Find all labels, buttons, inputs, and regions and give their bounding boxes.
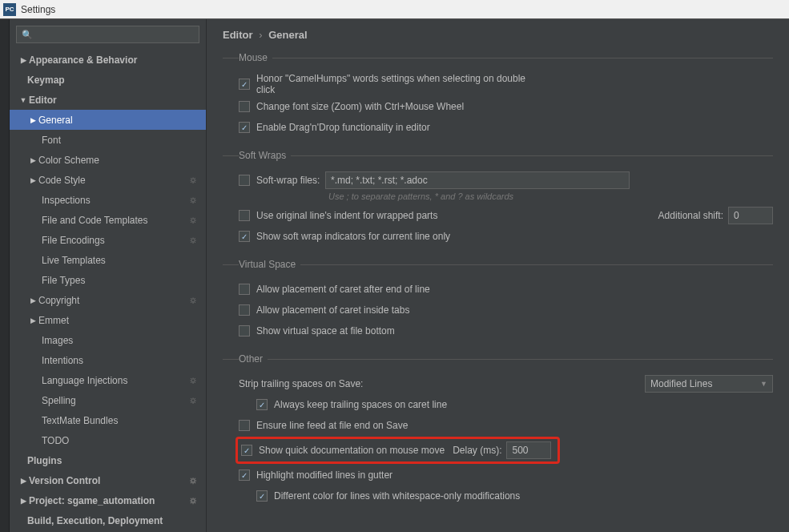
- tree-project[interactable]: ▶Project: sgame_automation⛭: [10, 490, 206, 510]
- tree-appearance-behavior[interactable]: ▶Appearance & Behavior: [10, 50, 206, 70]
- gear-icon: ⛭: [189, 476, 198, 486]
- quick-doc-checkbox[interactable]: [241, 445, 252, 456]
- chevron-right-icon: ▶: [18, 497, 29, 505]
- gear-icon: ⛭: [189, 396, 198, 405]
- gear-icon: ⛭: [189, 496, 198, 506]
- honor-camelhumps-checkbox[interactable]: [239, 79, 250, 90]
- tree-file-types[interactable]: File Types: [10, 270, 206, 290]
- ensure-lf-label: Ensure line feed at file end on Save: [256, 420, 408, 431]
- chevron-right-icon: ▶: [18, 56, 29, 64]
- additional-shift-input[interactable]: [728, 207, 773, 224]
- delay-label: Delay (ms):: [453, 445, 501, 456]
- tree-keymap[interactable]: Keymap: [10, 70, 206, 90]
- tree-file-encodings[interactable]: File Encodings⛭: [10, 230, 206, 250]
- tree-todo[interactable]: TODO: [10, 430, 206, 450]
- always-keep-checkbox[interactable]: [256, 399, 268, 410]
- gear-icon: ⛭: [189, 216, 198, 225]
- honor-camelhumps-label: Honor "CamelHumps" words settings when s…: [256, 73, 529, 95]
- mouse-legend: Mouse: [239, 52, 272, 63]
- always-keep-label: Always keep trailing spaces on caret lin…: [274, 399, 447, 410]
- chevron-right-icon: ▶: [27, 156, 38, 164]
- highlight-box: Show quick documentation on mouse move D…: [235, 437, 560, 464]
- tree-copyright[interactable]: ▶Copyright⛭: [10, 290, 206, 310]
- tree-plugins[interactable]: Plugins: [10, 450, 206, 470]
- chevron-right-icon: ▶: [27, 116, 38, 124]
- strip-spaces-select[interactable]: Modified Lines ▼: [645, 375, 773, 393]
- orig-indent-label: Use original line's indent for wrapped p…: [256, 210, 437, 221]
- gear-icon: ⛭: [189, 175, 198, 185]
- gear-icon: ⛭: [189, 195, 198, 205]
- chevron-right-icon: ›: [259, 29, 262, 41]
- tree-intentions[interactable]: Intentions: [10, 350, 206, 370]
- delay-input[interactable]: [506, 441, 551, 459]
- chevron-right-icon: ▶: [18, 477, 29, 485]
- tree-version-control[interactable]: ▶Version Control⛭: [10, 470, 206, 490]
- additional-shift-label: Additional shift:: [658, 210, 723, 221]
- softwrap-hint: Use ; to separate patterns, * and ? as w…: [328, 191, 773, 201]
- search-icon: 🔍: [22, 30, 33, 40]
- gear-icon: ⛭: [189, 376, 198, 385]
- quick-doc-label: Show quick documentation on mouse move: [259, 445, 445, 456]
- left-gutter: [0, 19, 10, 532]
- softwrap-indicators-label: Show soft wrap indicators for current li…: [256, 231, 450, 242]
- tree-file-code-templates[interactable]: File and Code Templates⛭: [10, 210, 206, 230]
- settings-sidebar: 🔍 ▶Appearance & Behavior Keymap ▼Editor …: [10, 19, 207, 532]
- softwraps-group: Soft Wraps Soft-wrap files: Use ; to sep…: [223, 150, 773, 248]
- highlight-gutter-checkbox[interactable]: [239, 470, 250, 481]
- strip-spaces-label: Strip trailing spaces on Save:: [239, 378, 363, 389]
- zoom-label: Change font size (Zoom) with Ctrl+Mouse …: [256, 101, 464, 112]
- caret-eol-checkbox[interactable]: [239, 284, 250, 295]
- tree-editor[interactable]: ▼Editor: [10, 90, 206, 110]
- tree-editor-general[interactable]: ▶General: [10, 110, 206, 130]
- tree-language-injections[interactable]: Language Injections⛭: [10, 370, 206, 390]
- file-bottom-checkbox[interactable]: [239, 325, 250, 337]
- breadcrumb-editor[interactable]: Editor: [223, 29, 253, 41]
- tree-textmate-bundles[interactable]: TextMate Bundles: [10, 410, 206, 430]
- tree-build[interactable]: Build, Execution, Deployment: [10, 510, 206, 530]
- orig-indent-checkbox[interactable]: [239, 210, 250, 221]
- chevron-down-icon: ▼: [18, 96, 29, 104]
- softwrap-files-checkbox[interactable]: [239, 175, 250, 186]
- breadcrumb: Editor › General: [223, 29, 773, 41]
- tree-code-style[interactable]: ▶Code Style⛭: [10, 170, 206, 190]
- chevron-down-icon: ▼: [760, 380, 767, 388]
- settings-content: Editor › General Mouse Honor "CamelHumps…: [207, 19, 789, 532]
- gear-icon: ⛭: [189, 296, 198, 305]
- gear-icon: ⛭: [189, 236, 198, 245]
- tree-emmet[interactable]: ▶Emmet: [10, 310, 206, 330]
- file-bottom-label: Show virtual space at file bottom: [256, 325, 395, 337]
- other-legend: Other: [239, 353, 268, 365]
- tree-spelling[interactable]: Spelling⛭: [10, 390, 206, 410]
- dnd-label: Enable Drag'n'Drop functionality in edit…: [256, 122, 430, 133]
- diff-color-checkbox[interactable]: [256, 490, 268, 502]
- softwrap-files-label: Soft-wrap files:: [256, 175, 325, 186]
- dnd-checkbox[interactable]: [239, 122, 250, 133]
- strip-spaces-value: Modified Lines: [650, 378, 712, 389]
- ensure-lf-checkbox[interactable]: [239, 420, 250, 431]
- virtual-space-legend: Virtual Space: [239, 259, 300, 270]
- chevron-right-icon: ▶: [27, 316, 38, 324]
- other-group: Other Strip trailing spaces on Save: Mod…: [223, 353, 773, 507]
- settings-tree: ▶Appearance & Behavior Keymap ▼Editor ▶G…: [10, 48, 206, 532]
- chevron-right-icon: ▶: [27, 176, 38, 184]
- breadcrumb-general: General: [268, 29, 307, 41]
- caret-tabs-checkbox[interactable]: [239, 304, 250, 316]
- caret-tabs-label: Allow placement of caret inside tabs: [256, 304, 409, 316]
- softwraps-legend: Soft Wraps: [239, 150, 291, 161]
- virtual-space-group: Virtual Space Allow placement of caret a…: [223, 259, 773, 342]
- tree-editor-font[interactable]: Font: [10, 130, 206, 150]
- search-input[interactable]: 🔍: [16, 26, 199, 43]
- softwrap-files-input[interactable]: [325, 171, 630, 189]
- highlight-gutter-label: Highlight modified lines in gutter: [256, 470, 392, 481]
- chevron-right-icon: ▶: [27, 296, 38, 304]
- tree-inspections[interactable]: Inspections⛭: [10, 190, 206, 210]
- softwrap-indicators-checkbox[interactable]: [239, 231, 250, 242]
- mouse-group: Mouse Honor "CamelHumps" words settings …: [223, 52, 773, 139]
- tree-live-templates[interactable]: Live Templates: [10, 250, 206, 270]
- tree-color-scheme[interactable]: ▶Color Scheme: [10, 150, 206, 170]
- titlebar: PC Settings: [0, 0, 789, 19]
- diff-color-label: Different color for lines with whitespac…: [274, 490, 520, 502]
- zoom-checkbox[interactable]: [239, 101, 250, 112]
- tree-images[interactable]: Images: [10, 330, 206, 350]
- window-title: Settings: [21, 4, 55, 15]
